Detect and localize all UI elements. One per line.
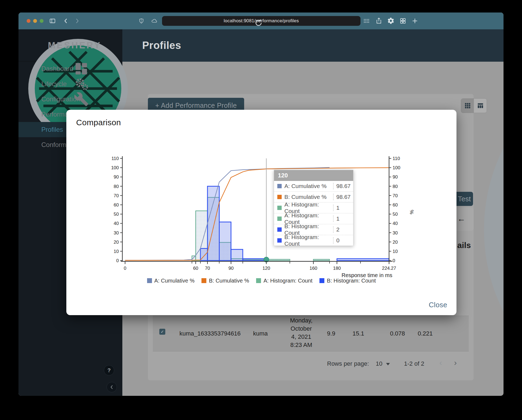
series-swatch <box>277 195 282 199</box>
legend-item[interactable]: A: Cumulative % <box>147 278 195 284</box>
svg-text:0: 0 <box>116 258 119 263</box>
date-line: 8:23 AM <box>288 341 315 349</box>
run-date: Monday, October 4, 2021 8:23 AM <box>288 316 315 349</box>
svg-text:60: 60 <box>193 266 198 271</box>
sidebar-item-dashboard[interactable]: Dashboard <box>18 61 122 76</box>
sidebar-item-lifecycle[interactable]: Lifecycle <box>18 76 122 92</box>
svg-text:100: 100 <box>393 165 400 170</box>
close-window-button[interactable] <box>27 19 30 23</box>
svg-text:224.27: 224.27 <box>382 266 396 271</box>
legend-item[interactable]: A: Histogram: Count <box>256 278 312 284</box>
brand-block: MESHERY <box>18 29 122 61</box>
row-checkbox[interactable] <box>159 329 165 335</box>
privacy-shield-icon[interactable] <box>138 18 144 24</box>
help-glyph: ? <box>107 367 111 374</box>
chevron-left-icon <box>109 384 114 390</box>
svg-text:20: 20 <box>114 240 119 245</box>
svg-text:110: 110 <box>393 156 400 161</box>
extensions-grid-icon[interactable] <box>363 17 370 24</box>
sidebar-item-label: Configuration <box>41 95 80 103</box>
sidebar-item-label: Profiles <box>41 126 63 133</box>
svg-text:70: 70 <box>205 266 210 271</box>
browser-window: localhost:9081/performance/profiles Prof… <box>18 12 504 396</box>
legend-swatch <box>256 278 261 283</box>
series-swatch <box>277 184 282 188</box>
grid-view-icon <box>464 102 471 109</box>
svg-text:120: 120 <box>262 266 270 271</box>
view-toggle <box>461 98 487 113</box>
rows-per-page-select[interactable]: 10 <box>376 360 382 367</box>
svg-text:70: 70 <box>114 193 119 198</box>
back-icon[interactable] <box>63 18 69 24</box>
svg-text:90: 90 <box>114 174 119 180</box>
share-icon[interactable] <box>375 17 383 24</box>
grid-view-button[interactable] <box>461 99 474 113</box>
legend-label: A: Histogram: Count <box>263 278 312 284</box>
caret-down-icon[interactable] <box>386 363 390 365</box>
mesh-name: kuma <box>253 330 268 337</box>
table-row[interactable]: kuma_1633353794616 kuma Monday, October … <box>153 316 469 352</box>
svg-text:90: 90 <box>228 266 234 271</box>
avatar[interactable] <box>476 39 504 72</box>
comparison-chart[interactable]: 0010102020303040405050606070708080909010… <box>103 152 424 283</box>
legend-label: B: Cumulative % <box>209 278 249 284</box>
tooltip-header: 120 <box>274 170 353 181</box>
svg-text:10: 10 <box>114 249 119 254</box>
tooltip-series-value: 1 <box>333 205 353 211</box>
tooltip-series-value: 2 <box>333 226 353 233</box>
page-title: Profiles <box>142 40 181 51</box>
svg-text:70: 70 <box>393 193 398 198</box>
minimize-window-button[interactable] <box>33 19 37 23</box>
table-view-button[interactable] <box>474 99 487 113</box>
sidebar-item-label: Dashboard <box>41 65 73 73</box>
svg-text:0: 0 <box>124 266 126 271</box>
svg-text:50: 50 <box>114 212 119 217</box>
new-tab-icon[interactable] <box>411 17 418 24</box>
legend-swatch <box>319 278 324 283</box>
close-button[interactable]: Close <box>429 301 447 309</box>
previous-page-button[interactable]: ‹ <box>439 358 442 367</box>
tooltip-row: A: Histogram: Count1 <box>274 203 353 214</box>
tab-overview-icon[interactable] <box>399 17 406 24</box>
sidebar-item-configuration[interactable]: Configuration <box>18 92 122 107</box>
svg-text:20: 20 <box>393 240 398 245</box>
svg-text:50: 50 <box>393 212 398 217</box>
tooltip-series-value: 98.67 <box>333 183 353 189</box>
pagination: Rows per page: 10 1-2 of 2 ‹ › <box>148 355 474 372</box>
legend-label: B: Histogram: Count <box>327 278 376 284</box>
tooltip-row: B: Histogram: Count0 <box>274 235 353 246</box>
svg-text:110: 110 <box>111 156 119 161</box>
tooltip-row: A: Histogram: Count1 <box>274 214 353 224</box>
tooltip-body: A: Cumulative %98.67B: Cumulative %98.67… <box>274 181 353 246</box>
svg-text:40: 40 <box>114 221 119 226</box>
series-swatch <box>277 238 282 243</box>
zoom-window-button[interactable] <box>40 19 44 23</box>
next-page-button[interactable]: › <box>454 358 457 367</box>
svg-text:0: 0 <box>393 258 395 263</box>
legend-item[interactable]: B: Histogram: Count <box>319 278 376 284</box>
p99-value: 0.221 <box>418 330 433 337</box>
forward-icon[interactable] <box>74 18 80 24</box>
chart-tooltip: 120 A: Cumulative %98.67B: Cumulative %9… <box>274 170 353 246</box>
help-button[interactable]: ? <box>104 365 114 375</box>
address-bar[interactable]: localhost:9081/performance/profiles <box>162 16 361 26</box>
left-arrow-icon[interactable]: ← <box>457 214 465 223</box>
modal-title: Comparison <box>76 118 121 127</box>
legend-item[interactable]: B: Cumulative % <box>201 278 249 284</box>
tooltip-series-label: B: Cumulative % <box>284 194 333 200</box>
icloud-tab-icon[interactable] <box>151 18 157 24</box>
series-swatch <box>277 227 282 232</box>
legend-swatch <box>201 278 206 283</box>
svg-text:90: 90 <box>393 174 398 180</box>
duration-value: 15.1 <box>353 330 364 337</box>
sidebar-toggle-icon[interactable] <box>49 18 56 24</box>
svg-text:30: 30 <box>114 230 119 236</box>
chart-legend: A: Cumulative %B: Cumulative %A: Histogr… <box>66 276 456 285</box>
tooltip-row: B: Histogram: Count2 <box>274 224 353 235</box>
collapse-sidebar-button[interactable] <box>107 382 117 392</box>
settings-gear-icon[interactable] <box>387 17 394 24</box>
app-header: Profiles <box>122 29 504 62</box>
page-range: 1-2 of 2 <box>404 360 424 367</box>
reload-icon[interactable] <box>159 18 358 28</box>
tooltip-series-value: 1 <box>333 215 353 222</box>
